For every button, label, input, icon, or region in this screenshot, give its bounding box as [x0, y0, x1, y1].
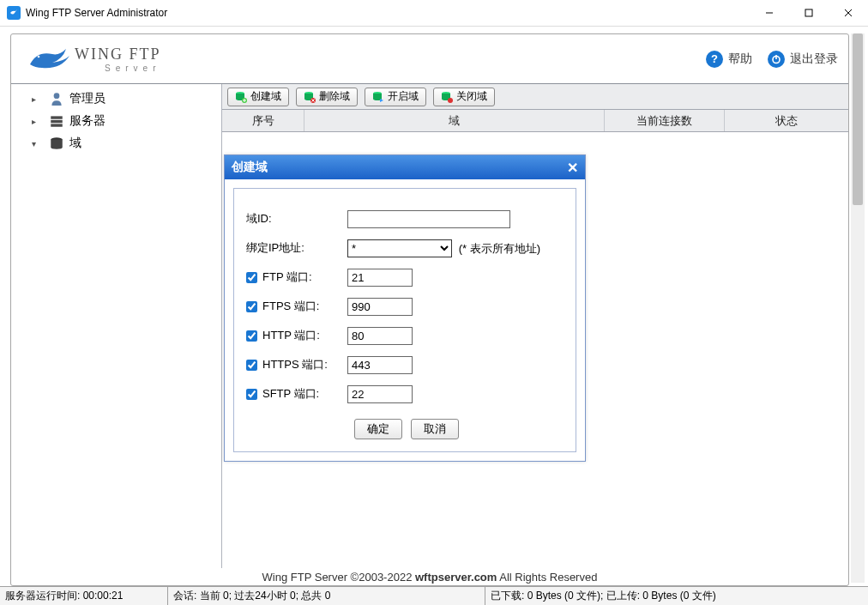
tree-label: 管理员	[69, 91, 105, 106]
tree-item-admin[interactable]: 管理员	[11, 88, 221, 110]
copyright: Wing FTP Server ©2003-2022 wftpserver.co…	[11, 571, 848, 584]
server-icon	[49, 114, 64, 128]
logo-text-2: Server	[75, 64, 161, 73]
http-port-input[interactable]	[347, 327, 413, 345]
table-header: 序号 域 当前连接数 状态	[222, 110, 848, 132]
table-body: 创建域 ✕ 域ID: 绑定IP地址: *	[222, 132, 848, 568]
bind-ip-hint: (* 表示所有地址)	[459, 242, 540, 255]
logo: WING FTP Server	[27, 44, 690, 75]
svg-point-4	[38, 55, 40, 57]
vertical-scrollbar[interactable]	[851, 33, 865, 583]
admin-icon	[49, 92, 64, 106]
tree-item-server[interactable]: 服务器	[11, 110, 221, 132]
th-index[interactable]: 序号	[222, 110, 304, 131]
logout-button[interactable]: 退出登录	[768, 51, 838, 68]
logout-label: 退出登录	[790, 51, 838, 67]
svg-point-18	[448, 98, 453, 103]
help-label: 帮助	[728, 51, 752, 67]
window-title: Wing FTP Server Administrator	[26, 7, 750, 19]
power-icon	[768, 51, 785, 68]
dialog-titlebar[interactable]: 创建域 ✕	[225, 155, 585, 179]
start-domain-button[interactable]: 开启域	[365, 88, 426, 106]
main-panel: 创建域 删除域 开启域 关闭域 序号	[222, 84, 848, 568]
bind-ip-select[interactable]: *	[347, 239, 452, 257]
svg-point-7	[54, 93, 60, 99]
tree-label: 域	[69, 136, 81, 151]
http-port-label[interactable]: HTTP 端口:	[246, 328, 347, 343]
domain-id-label: 域ID:	[246, 211, 347, 227]
dialog-title: 创建域	[232, 160, 268, 175]
database-delete-icon	[304, 91, 316, 103]
ftps-checkbox[interactable]	[246, 301, 257, 312]
https-port-input[interactable]	[347, 356, 413, 374]
app-header: WING FTP Server ? 帮助 退出登录	[11, 34, 848, 84]
domain-id-input[interactable]	[347, 210, 510, 228]
stop-domain-button[interactable]: 关闭域	[433, 88, 495, 106]
sftp-port-input[interactable]	[347, 385, 413, 403]
app-icon	[7, 6, 21, 20]
ok-button[interactable]: 确定	[354, 419, 402, 439]
ftp-checkbox[interactable]	[246, 272, 257, 283]
copyright-link[interactable]: wftpserver.com	[415, 571, 497, 584]
database-start-icon	[372, 91, 384, 103]
create-domain-button[interactable]: 创建域	[227, 88, 289, 106]
https-port-label[interactable]: HTTPS 端口:	[246, 357, 347, 372]
dialog-close-icon[interactable]: ✕	[567, 160, 578, 176]
maximize-button[interactable]	[789, 0, 829, 26]
https-checkbox[interactable]	[246, 360, 257, 371]
sftp-checkbox[interactable]	[246, 389, 257, 400]
status-transfer: 已下载: 0 Bytes (0 文件); 已上传: 0 Bytes (0 文件)	[485, 587, 868, 605]
status-uptime: 服务器运行时间: 00:00:21	[0, 587, 168, 605]
status-sessions: 会话: 当前 0; 过去24小时 0; 总共 0	[168, 587, 485, 605]
logo-icon	[27, 44, 71, 75]
svg-rect-9	[51, 120, 63, 123]
sidebar: 管理员 服务器 域	[11, 84, 222, 568]
http-checkbox[interactable]	[246, 330, 257, 342]
svg-rect-1	[805, 9, 812, 16]
close-button[interactable]	[829, 0, 868, 26]
help-icon: ?	[706, 51, 723, 68]
svg-rect-8	[51, 116, 63, 118]
ftp-port-label[interactable]: FTP 端口:	[246, 269, 347, 285]
ftps-port-input[interactable]	[347, 298, 413, 316]
help-button[interactable]: ? 帮助	[706, 51, 752, 68]
window-titlebar: Wing FTP Server Administrator	[0, 0, 868, 27]
sftp-port-label[interactable]: SFTP 端口:	[246, 386, 347, 402]
tree-item-domain[interactable]: 域	[11, 132, 221, 154]
ftps-port-label[interactable]: FTPS 端口:	[246, 299, 347, 314]
minimize-button[interactable]	[750, 0, 789, 26]
toolbar: 创建域 删除域 开启域 关闭域	[222, 84, 848, 110]
domain-icon	[49, 136, 64, 150]
cancel-button[interactable]: 取消	[411, 419, 459, 439]
tree-label: 服务器	[69, 113, 105, 129]
scroll-thumb[interactable]	[853, 33, 863, 205]
th-domain[interactable]: 域	[304, 110, 605, 131]
database-add-icon	[235, 91, 247, 103]
database-stop-icon	[441, 91, 453, 103]
bind-ip-label: 绑定IP地址:	[246, 240, 347, 256]
ftp-port-input[interactable]	[347, 269, 413, 287]
th-status[interactable]: 状态	[725, 110, 848, 131]
create-domain-dialog: 创建域 ✕ 域ID: 绑定IP地址: *	[224, 154, 586, 462]
svg-rect-10	[51, 124, 63, 126]
delete-domain-button[interactable]: 删除域	[296, 88, 358, 106]
status-bar: 服务器运行时间: 00:00:21 会话: 当前 0; 过去24小时 0; 总共…	[0, 586, 868, 605]
logo-text-1: WING FTP	[75, 45, 161, 64]
th-conn[interactable]: 当前连接数	[605, 110, 725, 131]
